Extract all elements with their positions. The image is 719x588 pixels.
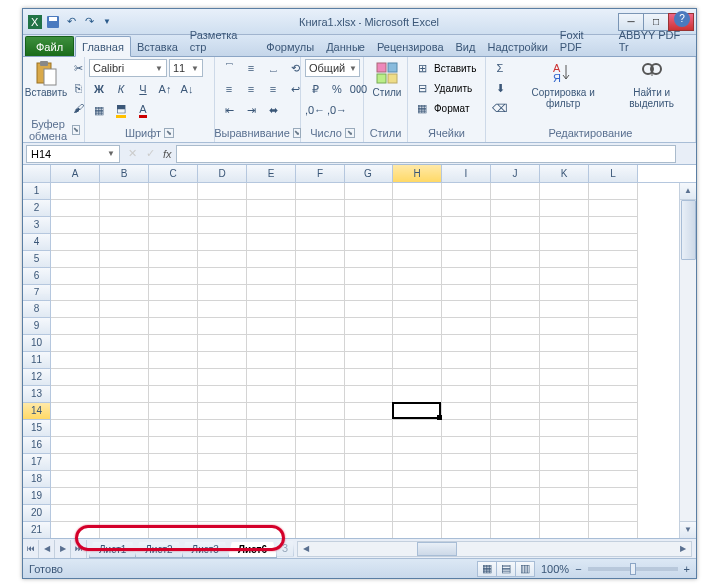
cell[interactable] bbox=[540, 437, 589, 454]
cell[interactable] bbox=[345, 471, 393, 488]
cell[interactable] bbox=[247, 251, 296, 268]
cell[interactable] bbox=[491, 352, 540, 369]
cell[interactable] bbox=[540, 352, 589, 369]
cell[interactable] bbox=[540, 335, 589, 352]
sheet-tab[interactable]: Лист1 bbox=[89, 542, 136, 558]
cell[interactable] bbox=[442, 420, 491, 437]
cell[interactable] bbox=[247, 403, 296, 420]
zoom-handle[interactable] bbox=[630, 563, 636, 575]
cell[interactable] bbox=[345, 437, 393, 454]
cell[interactable] bbox=[247, 183, 296, 200]
cell[interactable] bbox=[393, 505, 442, 522]
cell[interactable] bbox=[296, 454, 345, 471]
cell[interactable] bbox=[491, 403, 540, 420]
underline-button[interactable]: Ч bbox=[133, 80, 153, 98]
cell[interactable] bbox=[589, 488, 638, 505]
cell[interactable] bbox=[51, 200, 100, 217]
cell[interactable] bbox=[247, 301, 296, 318]
cell[interactable] bbox=[51, 352, 100, 369]
cell[interactable] bbox=[247, 285, 296, 301]
cell[interactable] bbox=[247, 420, 296, 437]
cell[interactable] bbox=[393, 454, 442, 471]
cell[interactable] bbox=[149, 522, 198, 538]
help-icon[interactable]: ? bbox=[674, 11, 690, 27]
cell[interactable] bbox=[149, 505, 198, 522]
cell[interactable] bbox=[247, 234, 296, 251]
cell[interactable] bbox=[51, 251, 100, 268]
zoom-level[interactable]: 100% bbox=[541, 563, 569, 575]
fx-icon[interactable]: fx bbox=[159, 148, 176, 160]
cell[interactable] bbox=[247, 386, 296, 403]
cell[interactable] bbox=[491, 420, 540, 437]
cell[interactable] bbox=[345, 403, 393, 420]
cell[interactable] bbox=[51, 420, 100, 437]
cell[interactable] bbox=[247, 522, 296, 538]
cell[interactable] bbox=[296, 234, 345, 251]
cell[interactable] bbox=[345, 285, 393, 301]
cell[interactable] bbox=[491, 285, 540, 301]
format-cells-button[interactable]: ▦Формат bbox=[412, 99, 470, 117]
increase-indent-icon[interactable]: ⇥ bbox=[241, 101, 261, 119]
cell[interactable] bbox=[393, 369, 442, 386]
row-header[interactable]: 12 bbox=[23, 369, 51, 386]
cell[interactable] bbox=[393, 183, 442, 200]
cell[interactable] bbox=[540, 318, 589, 335]
grid-rows[interactable]: 123456789101112131415161718192021 bbox=[23, 183, 696, 538]
cell[interactable] bbox=[540, 386, 589, 403]
scroll-right-icon[interactable]: ▶ bbox=[675, 544, 691, 553]
cell[interactable] bbox=[491, 488, 540, 505]
cell[interactable] bbox=[491, 335, 540, 352]
view-pagebreak-icon[interactable]: ▥ bbox=[515, 561, 535, 577]
scroll-up-icon[interactable]: ▲ bbox=[680, 183, 696, 200]
cell[interactable] bbox=[100, 268, 149, 285]
zoom-out-button[interactable]: − bbox=[575, 563, 581, 575]
cell[interactable] bbox=[442, 505, 491, 522]
scroll-down-icon[interactable]: ▼ bbox=[680, 521, 696, 538]
scroll-left-icon[interactable]: ◀ bbox=[298, 544, 314, 553]
paste-button[interactable]: Вставить bbox=[27, 59, 65, 100]
column-header[interactable]: E bbox=[247, 165, 296, 182]
merge-icon[interactable]: ⬌ bbox=[263, 101, 283, 119]
cell[interactable] bbox=[296, 318, 345, 335]
cell[interactable] bbox=[51, 234, 100, 251]
cell[interactable] bbox=[540, 403, 589, 420]
cell[interactable] bbox=[296, 335, 345, 352]
cell[interactable] bbox=[589, 437, 638, 454]
row-header[interactable]: 10 bbox=[23, 335, 51, 352]
cell[interactable] bbox=[296, 488, 345, 505]
cell[interactable] bbox=[198, 234, 247, 251]
cell[interactable] bbox=[442, 318, 491, 335]
cell[interactable] bbox=[589, 420, 638, 437]
cell[interactable] bbox=[198, 522, 247, 538]
cell[interactable] bbox=[247, 369, 296, 386]
align-center-icon[interactable]: ≡ bbox=[241, 80, 261, 98]
cell[interactable] bbox=[149, 301, 198, 318]
cell[interactable] bbox=[51, 217, 100, 234]
cell[interactable] bbox=[540, 234, 589, 251]
cell[interactable] bbox=[491, 454, 540, 471]
cell[interactable] bbox=[442, 268, 491, 285]
cell[interactable] bbox=[345, 420, 393, 437]
currency-icon[interactable]: ₽ bbox=[305, 80, 325, 98]
column-header[interactable]: L bbox=[589, 165, 638, 182]
cell[interactable] bbox=[149, 403, 198, 420]
cell[interactable] bbox=[345, 301, 393, 318]
cell[interactable] bbox=[491, 437, 540, 454]
cell[interactable] bbox=[100, 403, 149, 420]
cell[interactable] bbox=[100, 318, 149, 335]
horizontal-scrollbar[interactable]: ◀ ▶ bbox=[297, 541, 692, 557]
cell[interactable] bbox=[296, 183, 345, 200]
cell[interactable] bbox=[540, 268, 589, 285]
cell[interactable] bbox=[149, 369, 198, 386]
cell[interactable] bbox=[198, 217, 247, 234]
cell[interactable] bbox=[393, 268, 442, 285]
clear-icon[interactable]: ⌫ bbox=[490, 99, 510, 117]
cell[interactable] bbox=[51, 268, 100, 285]
cell[interactable] bbox=[589, 200, 638, 217]
cell[interactable] bbox=[345, 318, 393, 335]
cell[interactable] bbox=[149, 251, 198, 268]
cell[interactable] bbox=[198, 369, 247, 386]
ribbon-tab-view[interactable]: Вид bbox=[450, 37, 482, 56]
cell[interactable] bbox=[491, 234, 540, 251]
column-header[interactable]: K bbox=[540, 165, 589, 182]
